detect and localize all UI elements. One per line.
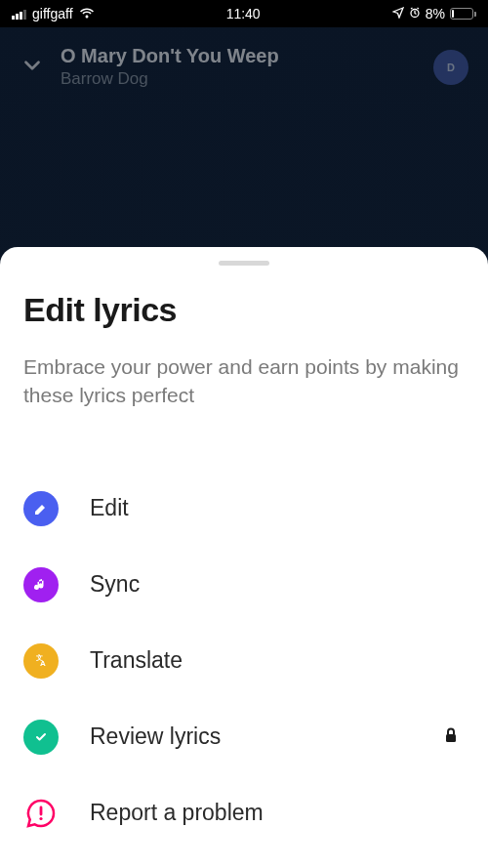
carrier-label: giffgaff — [32, 6, 73, 21]
battery-icon — [450, 8, 476, 20]
alarm-icon — [409, 6, 421, 21]
status-left: giffgaff — [12, 6, 95, 21]
option-edit[interactable]: Edit — [23, 471, 465, 547]
lock-icon — [443, 726, 459, 748]
song-artist: Barrow Dog — [61, 69, 418, 89]
pencil-icon — [23, 491, 59, 526]
option-translate[interactable]: 文A Translate — [23, 623, 465, 699]
svg-point-5 — [39, 817, 42, 820]
song-info: O Mary Don't You Weep Barrow Dog — [61, 45, 418, 89]
translate-icon: 文A — [23, 643, 59, 679]
sheet-grabber[interactable] — [219, 261, 269, 266]
location-icon — [392, 6, 404, 21]
option-sync[interactable]: Sync — [23, 547, 465, 623]
alert-bubble-icon — [23, 796, 59, 831]
sheet-title: Edit lyrics — [23, 291, 465, 329]
option-report[interactable]: Report a problem — [23, 775, 465, 851]
option-label: Review lyrics — [90, 723, 412, 750]
option-label: Translate — [90, 647, 465, 674]
option-label: Report a problem — [90, 800, 465, 826]
option-review[interactable]: Review lyrics — [23, 699, 465, 775]
sheet-subtitle: Embrace your power and earn points by ma… — [23, 352, 465, 410]
music-note-icon — [23, 567, 59, 602]
svg-rect-3 — [446, 734, 456, 742]
wifi-icon — [79, 8, 95, 20]
avatar-letter: D — [447, 62, 455, 73]
signal-icon — [12, 8, 26, 20]
bottom-sheet: Edit lyrics Embrace your power and earn … — [0, 247, 488, 868]
svg-text:A: A — [40, 659, 46, 668]
check-badge-icon — [23, 720, 59, 755]
options-list: Edit Sync 文A Translate Review lyrics — [23, 471, 465, 851]
song-title: O Mary Don't You Weep — [61, 45, 418, 67]
status-right: 8% — [392, 6, 476, 21]
status-time: 11:40 — [226, 6, 261, 21]
avatar[interactable]: D — [433, 50, 468, 85]
status-bar: giffgaff 11:40 8% — [0, 0, 488, 27]
option-label: Edit — [90, 495, 465, 521]
chevron-down-icon[interactable] — [20, 53, 45, 82]
battery-percent: 8% — [426, 6, 445, 21]
player-header: O Mary Don't You Weep Barrow Dog D — [0, 27, 488, 99]
option-label: Sync — [90, 571, 465, 598]
